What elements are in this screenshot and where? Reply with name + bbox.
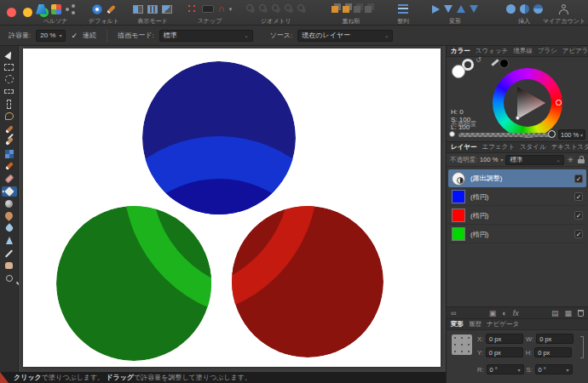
tab-appearance[interactable]: アピアランス (562, 47, 588, 55)
visibility-checkbox[interactable]: ✓ (574, 230, 583, 238)
opacity-value-box[interactable]: 100 % ▾ (558, 129, 585, 140)
lightness-knob[interactable] (516, 116, 520, 120)
canvas-area[interactable] (19, 46, 446, 372)
color-picker-tool[interactable] (2, 249, 17, 259)
pixel-persona-icon[interactable] (51, 4, 61, 14)
geometry-intersect-icon[interactable] (272, 4, 279, 11)
hsl-triangle[interactable] (504, 79, 551, 127)
move-tool[interactable] (2, 49, 17, 60)
document-page[interactable] (23, 49, 441, 367)
blur-tool[interactable] (2, 223, 17, 233)
y-field[interactable]: 0 px (486, 347, 523, 357)
anchor-selector[interactable] (452, 334, 472, 355)
tab-navigator[interactable]: ナビゲータ (487, 320, 519, 329)
h-field[interactable]: 0 px (534, 347, 572, 357)
layer-thumbnail[interactable] (452, 227, 465, 241)
x-field[interactable]: 0 px (486, 334, 523, 344)
view-pan-tool[interactable] (2, 260, 17, 271)
selection-brush-tool[interactable] (2, 124, 17, 134)
opacity-knob[interactable] (548, 130, 556, 138)
insert-on-top-icon[interactable] (520, 4, 529, 14)
s-field[interactable]: 0 °▾ (535, 364, 573, 374)
move-backward-icon[interactable] (354, 6, 360, 13)
w-field[interactable]: 0 px (536, 334, 574, 344)
layer-row-adjustment[interactable]: (露出調整) ✓ (448, 169, 586, 187)
tolerance-dropdown[interactable]: 20 % ▾ (36, 30, 66, 42)
smudge-tool[interactable] (2, 211, 17, 221)
row-marquee-tool[interactable] (2, 87, 17, 97)
hsl-colour-wheel[interactable] (493, 68, 562, 138)
insert-behind-icon[interactable] (533, 4, 543, 14)
move-to-front-icon[interactable] (331, 6, 338, 13)
r-field[interactable]: 0 °▾ (487, 364, 524, 374)
export-persona-icon[interactable] (66, 8, 69, 11)
flood-select-tool[interactable] (2, 136, 17, 146)
colour-picker-icon[interactable] (491, 59, 499, 66)
contiguous-checkbox[interactable]: ✓ (71, 31, 78, 40)
column-marquee-tool[interactable] (2, 99, 17, 109)
snapping-toggle[interactable] (202, 5, 214, 13)
view-zoom-tool[interactable] (2, 273, 17, 283)
new-pixel-layer-icon[interactable]: ▦ (565, 308, 573, 318)
my-account-icon[interactable] (559, 4, 569, 14)
layer-effects-icon[interactable]: fx (513, 308, 519, 318)
snapping-grid-icon[interactable] (187, 4, 198, 14)
synchronise-defaults-icon[interactable] (92, 4, 102, 14)
magnet-icon[interactable]: ∩ (218, 4, 225, 14)
noise-knob[interactable] (449, 131, 455, 137)
paint-brush-tool[interactable] (2, 161, 17, 171)
visibility-checkbox[interactable]: ✓ (574, 211, 583, 220)
geometry-divide-icon[interactable] (297, 4, 304, 11)
tab-text-styles[interactable]: テキストスタイル (551, 143, 588, 151)
tab-swatches[interactable]: スウォッチ (476, 47, 508, 55)
layer-row-ellipse-red[interactable]: (楕円) ✓ (448, 207, 586, 225)
tab-transform[interactable]: 変形 (451, 320, 464, 329)
delete-layer-icon[interactable] (578, 310, 584, 317)
sharpen-tool[interactable] (2, 236, 17, 246)
snapping-options-icon[interactable]: ▾ (229, 6, 233, 13)
close-button[interactable] (7, 8, 16, 17)
move-forward-icon[interactable] (343, 6, 349, 13)
insert-inside-icon[interactable] (506, 4, 516, 14)
blend-mode-dropdown[interactable]: 標準 ⌄ (159, 30, 253, 42)
geometry-subtract-icon[interactable] (259, 4, 266, 11)
dodge-brush-tool[interactable] (2, 198, 17, 209)
tab-styles[interactable]: スタイル (520, 143, 546, 151)
designer-persona-icon[interactable] (36, 4, 47, 14)
picked-colour-swatch[interactable] (499, 59, 509, 68)
layer-row-ellipse-green[interactable]: (楕円) ✓ (448, 226, 586, 243)
tab-layers[interactable]: レイヤー (451, 143, 477, 151)
ellipse-marquee-tool[interactable] (2, 74, 17, 84)
adjustment-layer-icon[interactable]: ◐ (502, 308, 506, 318)
mask-layer-icon[interactable]: ▣ (489, 308, 497, 318)
layer-thumbnail[interactable] (452, 172, 465, 186)
revert-defaults-icon[interactable] (107, 4, 116, 14)
layer-thumbnail[interactable] (452, 190, 465, 203)
tab-effects[interactable]: エフェクト (482, 143, 515, 151)
flip-vertical-icon[interactable] (444, 5, 453, 13)
rotate-ccw-icon[interactable] (457, 5, 465, 13)
tab-brushes[interactable]: ブラシ (538, 47, 557, 55)
new-layer-icon[interactable]: ▤ (551, 308, 559, 318)
freehand-selection-tool[interactable] (2, 111, 17, 122)
blend-mode-dropdown[interactable]: 標準 ⌄ (505, 155, 564, 165)
retina-view-icon[interactable] (162, 5, 172, 14)
gear-icon[interactable]: ✳ (567, 156, 574, 164)
tab-colour[interactable]: カラー (451, 47, 470, 55)
visibility-checkbox[interactable]: ✓ (574, 192, 583, 201)
lock-icon[interactable] (578, 156, 585, 163)
tab-stroke[interactable]: 境界線 (513, 47, 533, 55)
edit-all-layers-icon[interactable]: ∞ (451, 308, 456, 318)
hue-knob[interactable] (556, 100, 562, 106)
layer-row-ellipse-blue[interactable]: (楕円) ✓ (448, 188, 586, 206)
pixel-tool[interactable] (2, 149, 17, 159)
fill-colour-swatch[interactable] (452, 65, 465, 78)
link-dimensions-icon[interactable] (580, 336, 584, 358)
geometry-add-icon[interactable] (246, 4, 253, 11)
layer-thumbnail[interactable] (452, 209, 465, 222)
move-to-back-icon[interactable] (365, 6, 372, 13)
rectangle-marquee-tool[interactable] (2, 62, 17, 72)
swap-colours-icon[interactable]: ↺ (476, 56, 481, 64)
tab-history[interactable]: 履歴 (469, 320, 481, 329)
flip-horizontal-icon[interactable] (432, 5, 440, 14)
